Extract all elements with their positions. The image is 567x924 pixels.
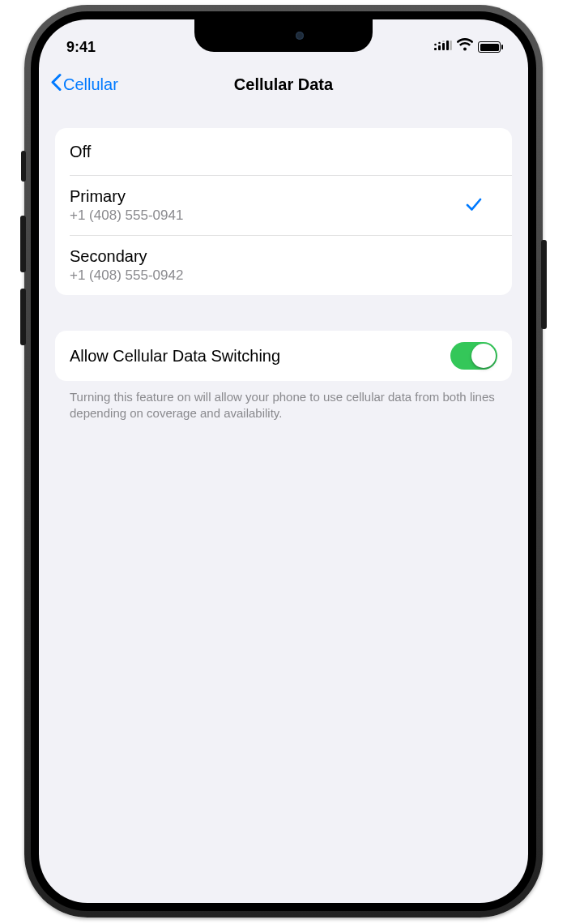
status-indicators (434, 37, 501, 58)
wifi-icon (457, 37, 473, 58)
checkmark-icon (465, 195, 483, 216)
status-time: 9:41 (66, 39, 96, 56)
phone-bezel: 9:41 (31, 11, 536, 911)
chevron-left-icon (50, 74, 62, 96)
mute-switch[interactable] (21, 151, 26, 182)
section-spacer (55, 295, 512, 331)
svg-rect-1 (438, 45, 441, 50)
option-label: Primary (70, 187, 183, 206)
back-label: Cellular (63, 75, 118, 94)
option-label: Off (70, 143, 91, 161)
svg-rect-7 (450, 41, 452, 50)
battery-icon (478, 41, 501, 53)
data-line-group: Off Primary +1 (408) 555-0941 (55, 128, 512, 295)
svg-point-6 (442, 41, 445, 42)
switching-label: Allow Cellular Data Switching (70, 347, 280, 366)
option-label: Secondary (70, 247, 183, 266)
svg-rect-2 (442, 43, 445, 50)
content-area: Off Primary +1 (408) 555-0941 (39, 105, 528, 422)
power-button[interactable] (541, 240, 547, 329)
back-button[interactable]: Cellular (50, 74, 118, 96)
svg-rect-3 (446, 41, 449, 50)
screen: 9:41 (39, 19, 528, 903)
option-primary[interactable]: Primary +1 (408) 555-0941 (70, 175, 512, 235)
svg-point-5 (438, 41, 441, 44)
svg-rect-0 (434, 48, 437, 50)
nav-bar: Cellular Cellular Data (39, 63, 528, 105)
switch-knob (471, 344, 496, 368)
notch (194, 19, 373, 52)
phone-frame: 9:41 (24, 5, 543, 918)
option-secondary[interactable]: Secondary +1 (408) 555-0942 (70, 235, 512, 295)
switching-description: Turning this feature on will allow your … (55, 381, 512, 422)
volume-down-button[interactable] (20, 289, 26, 345)
page-title: Cellular Data (234, 75, 333, 94)
switching-row[interactable]: Allow Cellular Data Switching (55, 331, 512, 381)
option-off[interactable]: Off (55, 128, 512, 175)
volume-up-button[interactable] (20, 216, 26, 272)
option-number: +1 (408) 555-0942 (70, 267, 183, 284)
dual-sim-signal-icon (434, 39, 452, 56)
option-number: +1 (408) 555-0941 (70, 207, 183, 224)
switching-toggle[interactable] (450, 342, 497, 370)
front-camera (296, 32, 304, 40)
switching-group: Allow Cellular Data Switching (55, 331, 512, 381)
svg-point-4 (434, 43, 437, 45)
